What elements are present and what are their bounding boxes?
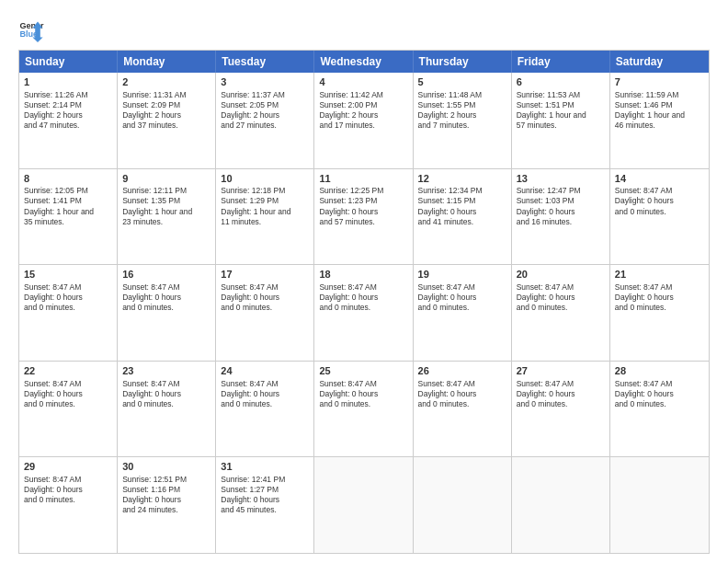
day-number: 11	[319, 172, 407, 186]
calendar-cell-empty	[610, 457, 709, 553]
day-number: 3	[221, 75, 309, 89]
top-bar: General Blue	[18, 17, 710, 42]
day-number: 28	[615, 364, 704, 378]
day-number: 6	[517, 75, 605, 89]
header-day-friday: Friday	[512, 51, 610, 73]
calendar-row-4: 29Sunset: 8:47 AM Daylight: 0 hours and …	[19, 456, 709, 553]
calendar-cell-4: 4Sunrise: 11:42 AM Sunset: 2:00 PM Dayli…	[314, 73, 413, 168]
header-day-saturday: Saturday	[610, 51, 709, 73]
day-info: Sunset: 8:47 AM Daylight: 0 hours and 0 …	[615, 379, 704, 409]
calendar-cell-empty	[314, 457, 413, 553]
day-number: 19	[418, 268, 506, 282]
calendar-body: 1Sunrise: 11:26 AM Sunset: 2:14 PM Dayli…	[19, 73, 709, 553]
calendar-cell-24: 24Sunset: 8:47 AM Daylight: 0 hours and …	[216, 362, 314, 457]
day-info: Sunrise: 11:26 AM Sunset: 2:14 PM Daylig…	[24, 90, 112, 131]
calendar-cell-30: 30Sunrise: 12:51 PM Sunset: 1:16 PM Dayl…	[118, 457, 216, 553]
logo: General Blue	[18, 17, 44, 42]
calendar-cell-21: 21Sunset: 8:47 AM Daylight: 0 hours and …	[610, 265, 709, 361]
calendar-cell-13: 13Sunrise: 12:47 PM Sunset: 1:03 PM Dayl…	[512, 169, 610, 265]
calendar-cell-12: 12Sunrise: 12:34 PM Sunset: 1:15 PM Dayl…	[414, 169, 512, 265]
calendar-cell-8: 8Sunrise: 12:05 PM Sunset: 1:41 PM Dayli…	[19, 169, 118, 265]
day-number: 2	[122, 75, 210, 89]
day-info: Sunset: 8:47 AM Daylight: 0 hours and 0 …	[24, 282, 112, 313]
day-info: Sunset: 8:47 AM Daylight: 0 hours and 0 …	[615, 186, 704, 216]
calendar-cell-26: 26Sunset: 8:47 AM Daylight: 0 hours and …	[414, 362, 512, 457]
calendar-cell-6: 6Sunrise: 11:53 AM Sunset: 1:51 PM Dayli…	[512, 73, 610, 168]
header-day-wednesday: Wednesday	[314, 51, 413, 73]
day-info: Sunrise: 12:18 PM Sunset: 1:29 PM Daylig…	[221, 186, 309, 226]
day-number: 12	[418, 172, 506, 186]
day-info: Sunset: 8:47 AM Daylight: 0 hours and 0 …	[517, 282, 605, 313]
day-info: Sunrise: 12:25 PM Sunset: 1:23 PM Daylig…	[319, 186, 407, 226]
logo-icon: General Blue	[18, 17, 44, 42]
day-number: 18	[319, 268, 407, 282]
day-info: Sunrise: 12:34 PM Sunset: 1:15 PM Daylig…	[418, 186, 506, 226]
day-info: Sunset: 8:47 AM Daylight: 0 hours and 0 …	[122, 379, 210, 409]
calendar-cell-29: 29Sunset: 8:47 AM Daylight: 0 hours and …	[19, 457, 118, 553]
day-info: Sunrise: 12:11 PM Sunset: 1:35 PM Daylig…	[122, 186, 210, 226]
day-number: 16	[122, 268, 210, 282]
calendar-cell-empty	[414, 457, 512, 553]
header-day-tuesday: Tuesday	[216, 51, 314, 73]
calendar-cell-31: 31Sunrise: 12:41 PM Sunset: 1:27 PM Dayl…	[216, 457, 314, 553]
day-number: 8	[24, 172, 112, 186]
day-info: Sunset: 8:47 AM Daylight: 0 hours and 0 …	[221, 379, 309, 409]
day-number: 10	[221, 172, 309, 186]
day-info: Sunrise: 11:37 AM Sunset: 2:05 PM Daylig…	[221, 90, 309, 131]
day-info: Sunset: 8:47 AM Daylight: 0 hours and 0 …	[221, 282, 309, 313]
day-number: 13	[517, 172, 605, 186]
day-info: Sunset: 8:47 AM Daylight: 0 hours and 0 …	[122, 282, 210, 313]
day-number: 17	[221, 268, 309, 282]
day-info: Sunrise: 11:31 AM Sunset: 2:09 PM Daylig…	[122, 90, 210, 131]
calendar-cell-2: 2Sunrise: 11:31 AM Sunset: 2:09 PM Dayli…	[118, 73, 216, 168]
calendar-cell-11: 11Sunrise: 12:25 PM Sunset: 1:23 PM Dayl…	[314, 169, 413, 265]
calendar-cell-14: 14Sunset: 8:47 AM Daylight: 0 hours and …	[610, 169, 709, 265]
day-number: 26	[418, 364, 506, 378]
calendar-cell-10: 10Sunrise: 12:18 PM Sunset: 1:29 PM Dayl…	[216, 169, 314, 265]
calendar-cell-23: 23Sunset: 8:47 AM Daylight: 0 hours and …	[118, 362, 216, 457]
day-number: 27	[517, 364, 605, 378]
day-number: 24	[221, 364, 309, 378]
day-number: 22	[24, 364, 112, 378]
calendar-row-0: 1Sunrise: 11:26 AM Sunset: 2:14 PM Dayli…	[19, 73, 709, 168]
calendar-cell-17: 17Sunset: 8:47 AM Daylight: 0 hours and …	[216, 265, 314, 361]
calendar-cell-5: 5Sunrise: 11:48 AM Sunset: 1:55 PM Dayli…	[414, 73, 512, 168]
day-info: Sunset: 8:47 AM Daylight: 0 hours and 0 …	[418, 282, 506, 313]
calendar-row-2: 15Sunset: 8:47 AM Daylight: 0 hours and …	[19, 264, 709, 361]
calendar-cell-18: 18Sunset: 8:47 AM Daylight: 0 hours and …	[314, 265, 413, 361]
calendar-cell-19: 19Sunset: 8:47 AM Daylight: 0 hours and …	[414, 265, 512, 361]
calendar-cell-3: 3Sunrise: 11:37 AM Sunset: 2:05 PM Dayli…	[216, 73, 314, 168]
day-number: 1	[24, 75, 112, 89]
day-info: Sunrise: 12:47 PM Sunset: 1:03 PM Daylig…	[517, 186, 605, 226]
svg-text:Blue: Blue	[19, 29, 38, 39]
page: General Blue SundayMondayTuesdayWednesda…	[0, 0, 728, 563]
calendar-row-1: 8Sunrise: 12:05 PM Sunset: 1:41 PM Dayli…	[19, 168, 709, 265]
day-info: Sunset: 8:47 AM Daylight: 0 hours and 0 …	[319, 379, 407, 409]
day-number: 25	[319, 364, 407, 378]
day-number: 15	[24, 268, 112, 282]
day-info: Sunrise: 11:59 AM Sunset: 1:46 PM Daylig…	[615, 90, 704, 131]
day-info: Sunrise: 12:41 PM Sunset: 1:27 PM Daylig…	[221, 475, 309, 515]
calendar-cell-9: 9Sunrise: 12:11 PM Sunset: 1:35 PM Dayli…	[118, 169, 216, 265]
day-number: 30	[122, 460, 210, 474]
day-number: 20	[517, 268, 605, 282]
day-number: 31	[221, 460, 309, 474]
day-number: 4	[319, 75, 407, 89]
day-number: 14	[615, 172, 704, 186]
calendar-cell-27: 27Sunset: 8:47 AM Daylight: 0 hours and …	[512, 362, 610, 457]
day-number: 9	[122, 172, 210, 186]
header-day-sunday: Sunday	[19, 51, 118, 73]
calendar-cell-22: 22Sunset: 8:47 AM Daylight: 0 hours and …	[19, 362, 118, 457]
calendar-cell-1: 1Sunrise: 11:26 AM Sunset: 2:14 PM Dayli…	[19, 73, 118, 168]
calendar-cell-20: 20Sunset: 8:47 AM Daylight: 0 hours and …	[512, 265, 610, 361]
calendar-cell-25: 25Sunset: 8:47 AM Daylight: 0 hours and …	[314, 362, 413, 457]
day-number: 5	[418, 75, 506, 89]
day-info: Sunrise: 11:42 AM Sunset: 2:00 PM Daylig…	[319, 90, 407, 131]
day-info: Sunset: 8:47 AM Daylight: 0 hours and 0 …	[517, 379, 605, 409]
day-info: Sunrise: 11:53 AM Sunset: 1:51 PM Daylig…	[517, 90, 605, 131]
day-number: 23	[122, 364, 210, 378]
day-info: Sunset: 8:47 AM Daylight: 0 hours and 0 …	[24, 475, 112, 505]
calendar-header: SundayMondayTuesdayWednesdayThursdayFrid…	[19, 51, 709, 73]
day-info: Sunrise: 12:05 PM Sunset: 1:41 PM Daylig…	[24, 186, 112, 226]
day-number: 7	[615, 75, 704, 89]
